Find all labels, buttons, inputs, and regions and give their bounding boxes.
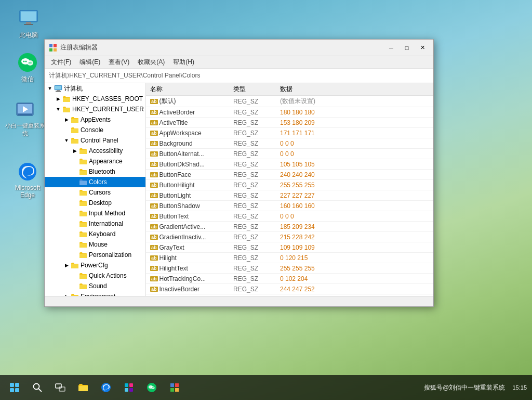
maximize-button[interactable]: □ [400, 43, 414, 53]
table-row[interactable]: ab ButtonHilight REG_SZ 255 255 255 [146, 180, 433, 190]
table-row[interactable]: ab ButtonLight REG_SZ 227 227 227 [146, 190, 433, 201]
folder-colors-icon [79, 178, 87, 186]
start-button[interactable] [5, 378, 24, 397]
tree-item-sound[interactable]: ▶ Sound [45, 281, 145, 291]
explorer-icon [78, 382, 88, 393]
table-row[interactable]: ab HotTrackingCo... REG_SZ 0 102 204 [146, 274, 433, 284]
table-row[interactable]: ab GradientInactiv... REG_SZ 215 228 242 [146, 232, 433, 242]
svg-rect-34 [129, 383, 133, 387]
store-button[interactable] [119, 378, 138, 397]
table-row[interactable]: ab (默认) REG_SZ (数值未设置) [146, 96, 433, 107]
edge-taskbar-button[interactable] [97, 378, 115, 397]
tree-item-console[interactable]: ▶ Console [45, 125, 145, 135]
table-row[interactable]: ab InactiveBorder REG_SZ 244 247 252 [146, 284, 433, 294]
tree-item-cursors[interactable]: ▶ Cursors [45, 187, 145, 198]
tree-item-controlpanel[interactable]: ▼ Control Panel [45, 135, 145, 146]
tree-item-environment[interactable]: ▶ Environment [45, 291, 145, 296]
tree-item-hkcu[interactable]: ▼ HKEY_CURRENT_USER [45, 104, 145, 114]
app-taskbar-button[interactable] [165, 378, 184, 397]
tree-item-mouse[interactable]: ▶ Mouse [45, 239, 145, 250]
desktop-icon-edge[interactable]: Microsoft Edge [9, 161, 46, 199]
mouse-label: Mouse [89, 241, 108, 248]
table-row[interactable]: ab ButtonFace REG_SZ 240 240 240 [146, 170, 433, 180]
reg-type-icon: ab [150, 266, 158, 271]
computer-tree-label: 计算机 [64, 84, 83, 93]
table-row[interactable]: ab HilightText REG_SZ 255 255 255 [146, 263, 433, 274]
cell-name: ab GradientInactiv... [146, 232, 229, 242]
table-row[interactable]: ab GradientActive... REG_SZ 185 209 234 [146, 222, 433, 232]
table-row[interactable]: ab ButtonAlternat... REG_SZ 0 0 0 [146, 149, 433, 159]
menu-favorites[interactable]: 收藏夹(A) [134, 57, 169, 68]
tree-item-appearance[interactable]: ▶ Appearance [45, 156, 145, 166]
tree-item-appevents[interactable]: ▶ AppEvents [45, 114, 145, 125]
cell-type: REG_SZ [229, 222, 276, 232]
svg-point-43 [153, 388, 154, 388]
cell-type: REG_SZ [229, 180, 276, 190]
tree-item-international[interactable]: ▶ International [45, 218, 145, 229]
wechat-taskbar-button[interactable] [142, 378, 161, 397]
desktop-icon-computer[interactable]: 此电脑 [10, 8, 47, 40]
tree-item-accessibility[interactable]: ▶ Accessibility [45, 146, 145, 156]
reg-type-icon: ab [150, 276, 158, 281]
tree-item-quickactions[interactable]: ▶ Quick Actions [45, 270, 145, 281]
reg-type-icon: ab [150, 99, 158, 104]
close-button[interactable]: ✕ [416, 43, 429, 53]
colors-label: Colors [89, 178, 107, 186]
table-row[interactable]: ab ActiveTitle REG_SZ 153 180 209 [146, 118, 433, 128]
menu-edit[interactable]: 编辑(E) [75, 57, 104, 68]
cell-name: ab ButtonHilight [146, 180, 229, 190]
svg-rect-16 [49, 44, 52, 47]
folder-international-icon [79, 220, 87, 227]
console-label: Console [81, 126, 103, 134]
table-row[interactable]: ab Hilight REG_SZ 0 120 215 [146, 253, 433, 263]
tree-item-bluetooth[interactable]: ▶ Bluetooth [45, 166, 145, 177]
menu-view[interactable]: 查看(V) [104, 57, 134, 68]
table-row[interactable]: ab AppWorkspace REG_SZ 171 171 171 [146, 128, 433, 138]
values-panel[interactable]: 名称 类型 数据 ab (默认) REG_SZ (数值未设置) ab Activ… [146, 83, 433, 296]
cell-type: REG_SZ [229, 190, 276, 201]
explorer-button[interactable] [74, 378, 92, 397]
tree-item-colors[interactable]: ▶ Colors [45, 177, 145, 187]
tree-item-hkcr[interactable]: ▶ HKEY_CLASSES_ROOT [45, 94, 145, 104]
title-bar: 注册表编辑器 ─ □ ✕ [45, 40, 433, 56]
reinstall-icon [15, 99, 35, 120]
expander-powercfg: ▶ [62, 263, 71, 268]
cell-data: 255 255 255 [276, 180, 433, 190]
tree-item-inputmethod[interactable]: ▶ Input Method [45, 208, 145, 218]
table-row[interactable]: ab ActiveBorder REG_SZ 180 180 180 [146, 107, 433, 118]
reg-type-icon: ab [150, 193, 158, 198]
table-row[interactable]: ab Background REG_SZ 0 0 0 [146, 138, 433, 149]
cell-data: 180 180 180 [276, 107, 433, 118]
tree-item-computer[interactable]: ▼ 计算机 [45, 83, 145, 94]
reg-type-icon: ab [150, 245, 158, 250]
search-button[interactable] [28, 378, 47, 397]
cell-type: REG_SZ [229, 170, 276, 180]
tree-item-personalization[interactable]: ▶ Personalization [45, 250, 145, 260]
cell-name: ab ActiveBorder [146, 107, 229, 118]
reg-type-icon: ab [150, 131, 158, 136]
menu-help[interactable]: 帮助(H) [169, 57, 198, 68]
table-row[interactable]: ab GrayText REG_SZ 109 109 109 [146, 242, 433, 253]
tree-panel[interactable]: ▼ 计算机 ▶ HKEY_CLASSES_ROOT [45, 83, 146, 296]
table-row[interactable]: ab ButtonShadow REG_SZ 160 160 160 [146, 201, 433, 211]
taskview-button[interactable] [51, 378, 70, 397]
cell-data: 185 209 234 [276, 222, 433, 232]
desktop-icon-wechat[interactable]: 微信 [9, 52, 46, 84]
desktop-icon-reinstall[interactable]: 小白一键重装系统 [4, 99, 46, 137]
table-row[interactable]: ab ButtonText REG_SZ 0 0 0 [146, 211, 433, 222]
taskbar-clock: 15:15 [512, 384, 527, 391]
tree-item-keyboard[interactable]: ▶ Keyboard [45, 229, 145, 239]
folder-hkcu-icon [62, 106, 71, 113]
tree-item-desktop[interactable]: ▶ Desktop [45, 198, 145, 208]
table-row[interactable]: ab ButtonDkShad... REG_SZ 105 105 105 [146, 159, 433, 170]
clock-time: 15:15 [512, 384, 527, 391]
menu-file[interactable]: 文件(F) [47, 57, 75, 68]
minimize-button[interactable]: ─ [384, 43, 398, 53]
cell-type: REG_SZ [229, 284, 276, 294]
tree-item-powercfg[interactable]: ▶ PowerCfg [45, 260, 145, 270]
svg-rect-36 [129, 388, 133, 392]
folder-cursors-icon [79, 189, 87, 196]
svg-rect-35 [125, 388, 128, 392]
svg-rect-44 [170, 383, 174, 387]
international-label: International [89, 220, 123, 227]
